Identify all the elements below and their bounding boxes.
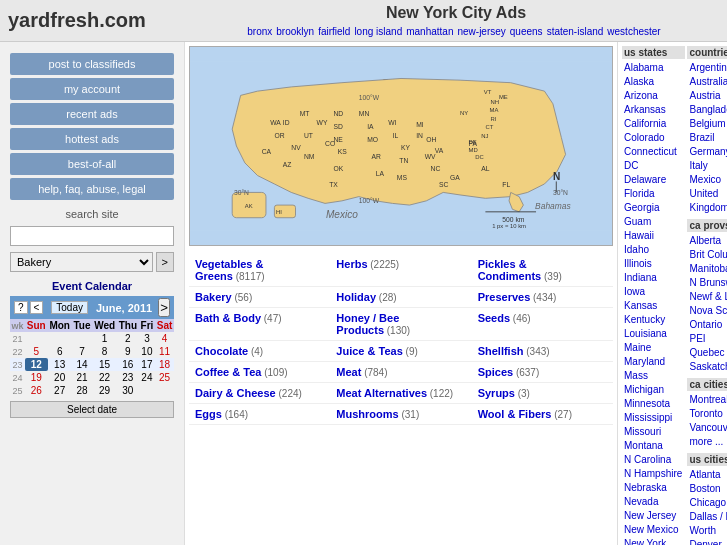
cal-day[interactable]: 20 bbox=[48, 371, 72, 384]
rs-country-link[interactable]: Germany bbox=[687, 145, 727, 159]
category-link[interactable]: Mushrooms bbox=[336, 408, 398, 420]
rs-caprov-link[interactable]: N Brunswick bbox=[687, 276, 727, 290]
rs-state-link[interactable]: Kansas bbox=[622, 299, 685, 313]
category-link[interactable]: Spices bbox=[478, 366, 513, 378]
category-link[interactable]: Seeds bbox=[478, 312, 510, 324]
cal-day[interactable]: 4 bbox=[155, 332, 174, 345]
cal-day[interactable]: 23 bbox=[117, 371, 139, 384]
cal-prev-btn[interactable]: < bbox=[30, 301, 44, 314]
category-link[interactable]: Shellfish bbox=[478, 345, 524, 357]
category-link[interactable]: Coffee & Tea bbox=[195, 366, 261, 378]
cal-day[interactable]: 3 bbox=[139, 332, 155, 345]
cal-day[interactable]: 30 bbox=[117, 384, 139, 397]
rs-state-link[interactable]: Georgia bbox=[622, 201, 685, 215]
rs-cacity-link[interactable]: more ... bbox=[687, 435, 727, 449]
cal-day[interactable]: 25 bbox=[155, 371, 174, 384]
rs-state-link[interactable]: California bbox=[622, 117, 685, 131]
borough-link[interactable]: queens bbox=[510, 26, 543, 37]
cal-day[interactable]: 2 bbox=[117, 332, 139, 345]
category-link[interactable]: Wool & Fibers bbox=[478, 408, 552, 420]
calendar-today-button[interactable]: Today bbox=[51, 301, 88, 314]
cal-day[interactable]: 12 bbox=[25, 358, 47, 371]
rs-country-link[interactable]: Italy bbox=[687, 159, 727, 173]
cal-question-btn[interactable]: ? bbox=[14, 301, 28, 314]
rs-state-link[interactable]: Florida bbox=[622, 187, 685, 201]
rs-state-link[interactable]: Maine bbox=[622, 341, 685, 355]
cal-day[interactable]: 29 bbox=[92, 384, 117, 397]
search-input[interactable] bbox=[10, 226, 174, 246]
category-link[interactable]: Bakery bbox=[195, 291, 232, 303]
category-link[interactable]: Dairy & Cheese bbox=[195, 387, 276, 399]
rs-state-link[interactable]: Alaska bbox=[622, 75, 685, 89]
rs-state-link[interactable]: Kentucky bbox=[622, 313, 685, 327]
borough-link[interactable]: staten-island bbox=[547, 26, 604, 37]
cal-day[interactable]: 1 bbox=[92, 332, 117, 345]
category-link[interactable]: Herbs bbox=[336, 258, 367, 270]
rs-state-link[interactable]: Iowa bbox=[622, 285, 685, 299]
cal-day[interactable]: 28 bbox=[72, 384, 92, 397]
rs-uscity-link[interactable]: Denver bbox=[687, 538, 727, 545]
cal-day[interactable]: 27 bbox=[48, 384, 72, 397]
cal-day[interactable]: 15 bbox=[92, 358, 117, 371]
rs-state-link[interactable]: Illinois bbox=[622, 257, 685, 271]
rs-state-link[interactable]: New Jersey bbox=[622, 509, 685, 523]
rs-cacity-link[interactable]: Vancouver bbox=[687, 421, 727, 435]
cal-day[interactable]: 11 bbox=[155, 345, 174, 358]
rs-state-link[interactable]: Hawaii bbox=[622, 229, 685, 243]
rs-state-link[interactable]: Minnesota bbox=[622, 397, 685, 411]
borough-link[interactable]: westchester bbox=[607, 26, 660, 37]
rs-country-link[interactable]: Mexico bbox=[687, 173, 727, 187]
rs-cacity-link[interactable]: Toronto bbox=[687, 407, 727, 421]
rs-state-link[interactable]: Alabama bbox=[622, 61, 685, 75]
rs-state-link[interactable]: New Mexico bbox=[622, 523, 685, 537]
category-link[interactable]: Bath & Body bbox=[195, 312, 261, 324]
rs-uscity-link[interactable]: Atlanta bbox=[687, 468, 727, 482]
cal-day[interactable]: 5 bbox=[25, 345, 47, 358]
cal-day[interactable]: 6 bbox=[48, 345, 72, 358]
cal-day[interactable]: 21 bbox=[72, 371, 92, 384]
rs-state-link[interactable]: Montana bbox=[622, 439, 685, 453]
rs-state-link[interactable]: Delaware bbox=[622, 173, 685, 187]
select-date-button[interactable]: Select date bbox=[10, 401, 174, 418]
rs-uscity-link[interactable]: Chicago bbox=[687, 496, 727, 510]
category-link[interactable]: Eggs bbox=[195, 408, 222, 420]
rs-country-link[interactable]: Australia bbox=[687, 75, 727, 89]
rs-caprov-link[interactable]: Nova Scotia bbox=[687, 304, 727, 318]
cal-day[interactable]: 24 bbox=[139, 371, 155, 384]
rs-country-link[interactable]: Argentina bbox=[687, 61, 727, 75]
cal-day[interactable]: 19 bbox=[25, 371, 47, 384]
rs-caprov-link[interactable]: Manitoba bbox=[687, 262, 727, 276]
borough-link[interactable]: fairfield bbox=[318, 26, 350, 37]
cal-day[interactable]: 22 bbox=[92, 371, 117, 384]
rs-country-link[interactable]: Austria bbox=[687, 89, 727, 103]
rs-caprov-link[interactable]: Saskatchewan bbox=[687, 360, 727, 374]
rs-state-link[interactable]: Nebraska bbox=[622, 481, 685, 495]
cal-day[interactable]: 17 bbox=[139, 358, 155, 371]
rs-uscity-link[interactable]: Dallas / Fort Worth bbox=[687, 510, 727, 538]
rs-country-link[interactable]: Belgium bbox=[687, 117, 727, 131]
borough-link[interactable]: long island bbox=[354, 26, 402, 37]
cal-day[interactable]: 18 bbox=[155, 358, 174, 371]
borough-link[interactable]: bronx bbox=[247, 26, 272, 37]
category-link[interactable]: Meat bbox=[336, 366, 361, 378]
rs-state-link[interactable]: DC bbox=[622, 159, 685, 173]
rs-state-link[interactable]: Mass bbox=[622, 369, 685, 383]
sidebar-nav-post[interactable]: post to classifieds bbox=[10, 53, 174, 75]
cal-day[interactable]: 9 bbox=[117, 345, 139, 358]
cal-day[interactable]: 7 bbox=[72, 345, 92, 358]
rs-state-link[interactable]: N Hampshire bbox=[622, 467, 685, 481]
rs-caprov-link[interactable]: Brit Columbia bbox=[687, 248, 727, 262]
rs-state-link[interactable]: Missouri bbox=[622, 425, 685, 439]
rs-state-link[interactable]: Idaho bbox=[622, 243, 685, 257]
sidebar-nav-best[interactable]: best-of-all bbox=[10, 153, 174, 175]
category-link[interactable]: Juice & Teas bbox=[336, 345, 402, 357]
rs-state-link[interactable]: N Carolina bbox=[622, 453, 685, 467]
category-link[interactable]: Meat Alternatives bbox=[336, 387, 427, 399]
rs-state-link[interactable]: Michigan bbox=[622, 383, 685, 397]
sidebar-nav-hottest[interactable]: hottest ads bbox=[10, 128, 174, 150]
cal-day[interactable]: 14 bbox=[72, 358, 92, 371]
sidebar-nav-account[interactable]: my account bbox=[10, 78, 174, 100]
rs-state-link[interactable]: Arkansas bbox=[622, 103, 685, 117]
rs-state-link[interactable]: Colorado bbox=[622, 131, 685, 145]
rs-state-link[interactable]: Arizona bbox=[622, 89, 685, 103]
